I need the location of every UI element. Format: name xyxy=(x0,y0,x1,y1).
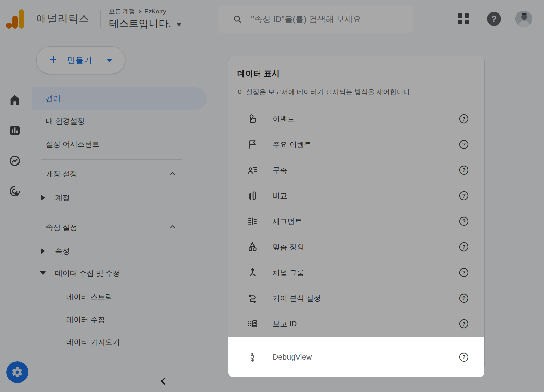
list-item-label: DebugView xyxy=(273,353,312,362)
help-circle-icon[interactable]: ? xyxy=(459,352,469,362)
spotlight-overlay xyxy=(0,0,544,392)
svg-text:?: ? xyxy=(462,354,466,360)
list-item-debugview[interactable]: DebugView ? xyxy=(228,337,484,377)
debug-icon xyxy=(247,352,258,363)
ga-admin-screen: 애널리틱스 모든 계정 EzKorry 테스트입니다. xyxy=(0,0,544,392)
